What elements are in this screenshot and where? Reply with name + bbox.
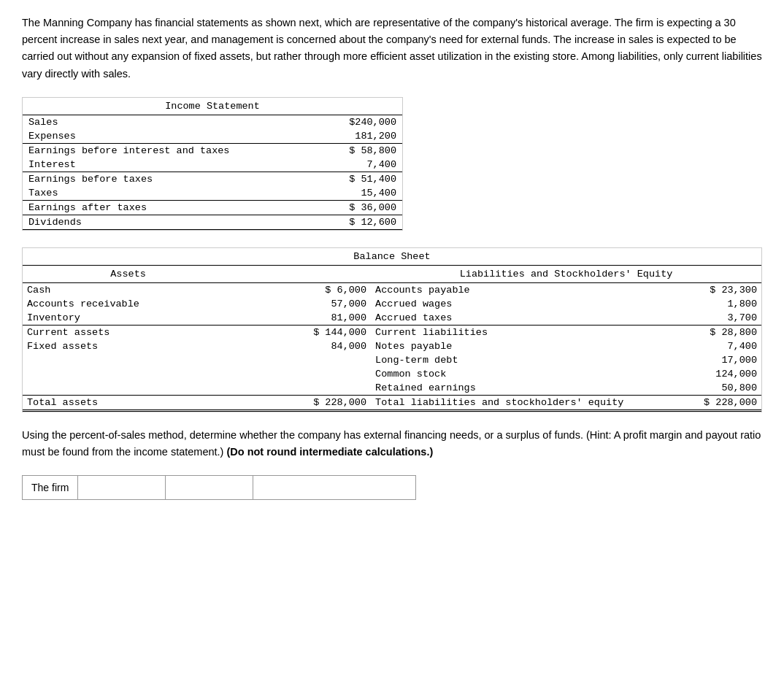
- liab-label-total: Total liabilities and stockholders' equi…: [371, 395, 645, 410]
- asset-value-inv: 81,000: [234, 311, 371, 326]
- liab-value-re: 50,800: [645, 381, 761, 396]
- balance-sheet-title: Balance Sheet: [23, 248, 761, 266]
- asset-label-total: Total assets: [23, 395, 234, 410]
- asset-label-ca: Current assets: [23, 325, 234, 339]
- income-label-sales: Sales: [23, 115, 288, 129]
- liab-value-aw: 1,800: [645, 297, 761, 311]
- balance-sheet-container: Balance Sheet Assets Liabilities and Sto…: [22, 247, 762, 412]
- answer-input-3[interactable]: [253, 476, 415, 499]
- asset-label-cash: Cash: [23, 282, 234, 297]
- asset-value-fa: 84,000: [234, 339, 371, 353]
- asset-value-ar: 57,000: [234, 297, 371, 311]
- income-row-taxes: Taxes 15,400: [23, 186, 402, 201]
- asset-label-ar: Accounts receivable: [23, 297, 234, 311]
- liab-value-np: 7,400: [645, 339, 761, 353]
- income-label-interest: Interest: [23, 158, 288, 172]
- liab-value-ap: $ 23,300: [645, 282, 761, 297]
- answer-container: The firm: [22, 475, 416, 500]
- balance-sheet-table: Balance Sheet Assets Liabilities and Sto…: [23, 248, 761, 412]
- income-row-sales: Sales $240,000: [23, 115, 402, 129]
- liab-label-cs: Common stock: [371, 367, 645, 381]
- balance-row-5: Long-term debt 17,000: [23, 353, 761, 367]
- income-label-ebit: Earnings before interest and taxes: [23, 143, 288, 158]
- income-label-expenses: Expenses: [23, 129, 288, 144]
- income-value-ebt: $ 51,400: [288, 172, 402, 186]
- asset-value-empty1: [234, 353, 371, 367]
- liab-value-total: $ 228,000: [645, 395, 761, 410]
- income-statement-table: Income Statement Sales $240,000 Expenses…: [23, 98, 402, 230]
- income-row-dividends: Dividends $ 12,600: [23, 215, 402, 229]
- income-statement-container: Income Statement Sales $240,000 Expenses…: [22, 97, 403, 231]
- income-label-dividends: Dividends: [23, 215, 288, 229]
- liab-label-ap: Accounts payable: [371, 282, 645, 297]
- asset-label-empty3: [23, 381, 234, 396]
- income-value-sales: $240,000: [288, 115, 402, 129]
- income-row-interest: Interest 7,400: [23, 158, 402, 172]
- asset-label-fa: Fixed assets: [23, 339, 234, 353]
- question-text: Using the percent-of-sales method, deter…: [22, 427, 762, 461]
- liab-label-aw: Accrued wages: [371, 297, 645, 311]
- income-row-eat: Earnings after taxes $ 36,000: [23, 200, 402, 215]
- asset-value-empty3: [234, 381, 371, 396]
- balance-row-2: Inventory 81,000 Accrued taxes 3,700: [23, 311, 761, 326]
- answer-label: The firm: [23, 476, 78, 499]
- income-value-eat: $ 36,000: [288, 200, 402, 215]
- income-value-interest: 7,400: [288, 158, 402, 172]
- liab-value-cl: $ 28,800: [645, 325, 761, 339]
- income-row-ebt: Earnings before taxes $ 51,400: [23, 172, 402, 186]
- asset-value-empty2: [234, 367, 371, 381]
- liab-value-cs: 124,000: [645, 367, 761, 381]
- liab-value-at: 3,700: [645, 311, 761, 326]
- liab-label-re: Retained earnings: [371, 381, 645, 396]
- income-label-eat: Earnings after taxes: [23, 200, 288, 215]
- balance-row-1: Accounts receivable 57,000 Accrued wages…: [23, 297, 761, 311]
- balance-row-0: Cash $ 6,000 Accounts payable $ 23,300: [23, 282, 761, 297]
- question-instruction: (Do not round intermediate calculations.…: [226, 446, 433, 458]
- balance-row-7: Retained earnings 50,800: [23, 381, 761, 396]
- balance-row-4: Fixed assets 84,000 Notes payable 7,400: [23, 339, 761, 353]
- asset-value-cash: $ 6,000: [234, 282, 371, 297]
- assets-header: Assets: [23, 265, 234, 282]
- balance-row-3: Current assets $ 144,000 Current liabili…: [23, 325, 761, 339]
- liab-label-np: Notes payable: [371, 339, 645, 353]
- income-value-dividends: $ 12,600: [288, 215, 402, 229]
- liab-label-cl: Current liabilities: [371, 325, 645, 339]
- asset-value-total: $ 228,000: [234, 395, 371, 410]
- intro-paragraph: The Manning Company has financial statem…: [22, 15, 762, 82]
- income-label-ebt: Earnings before taxes: [23, 172, 288, 186]
- income-value-expenses: 181,200: [288, 129, 402, 144]
- liab-value-ltd: 17,000: [645, 353, 761, 367]
- income-row-ebit: Earnings before interest and taxes $ 58,…: [23, 143, 402, 158]
- liab-label-at: Accrued taxes: [371, 311, 645, 326]
- liabilities-header: Liabilities and Stockholders' Equity: [371, 265, 761, 282]
- asset-label-inv: Inventory: [23, 311, 234, 326]
- income-value-ebit: $ 58,800: [288, 143, 402, 158]
- answer-input-2[interactable]: [166, 476, 253, 499]
- income-label-taxes: Taxes: [23, 186, 288, 201]
- asset-value-ca: $ 144,000: [234, 325, 371, 339]
- income-statement-title: Income Statement: [23, 98, 402, 115]
- balance-row-total: Total assets $ 228,000 Total liabilities…: [23, 395, 761, 410]
- asset-label-empty2: [23, 367, 234, 381]
- income-value-taxes: 15,400: [288, 186, 402, 201]
- answer-input-1[interactable]: [78, 476, 166, 499]
- balance-row-6: Common stock 124,000: [23, 367, 761, 381]
- liab-label-ltd: Long-term debt: [371, 353, 645, 367]
- asset-label-empty1: [23, 353, 234, 367]
- income-row-expenses: Expenses 181,200: [23, 129, 402, 144]
